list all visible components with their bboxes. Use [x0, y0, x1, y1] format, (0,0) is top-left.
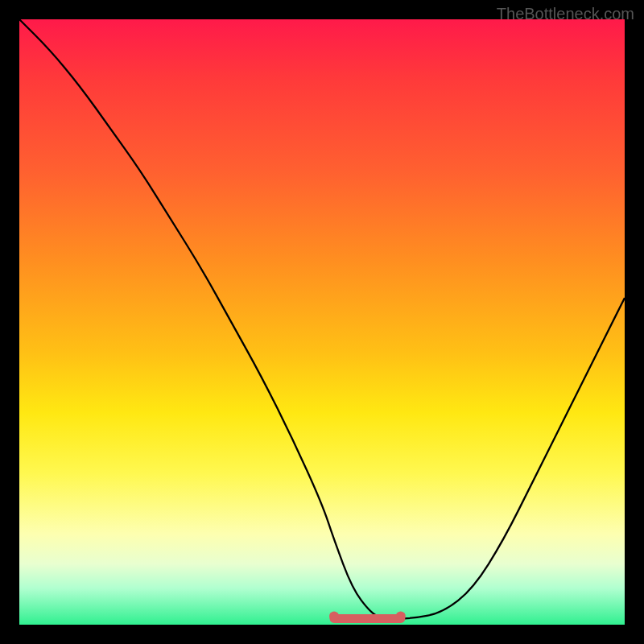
chart-svg	[19, 19, 625, 625]
chart-background	[19, 19, 625, 625]
marker-dot-left	[329, 611, 339, 621]
watermark-text: TheBottleneck.com	[497, 5, 634, 23]
chart-curve	[19, 19, 625, 618]
marker-dot-right	[396, 611, 406, 621]
